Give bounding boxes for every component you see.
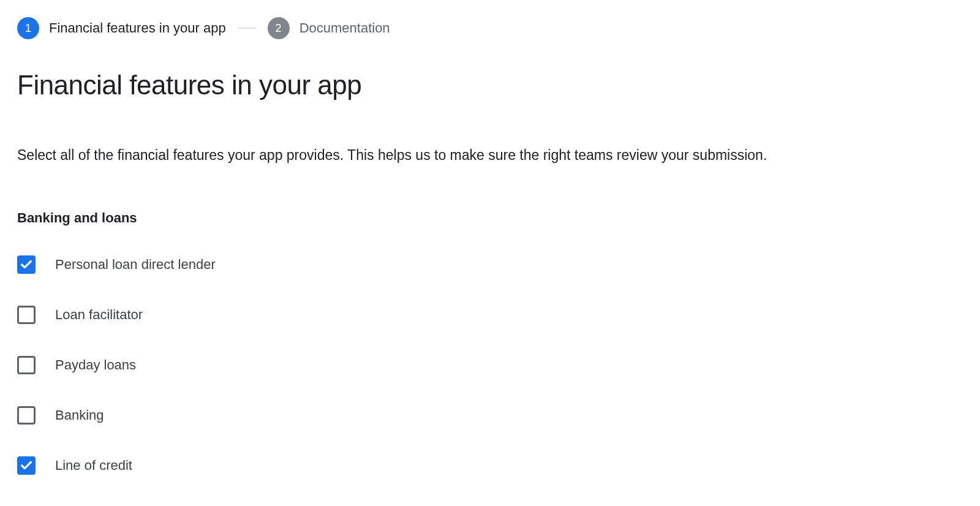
checkbox-label-loan-facilitator: Loan facilitator bbox=[55, 307, 143, 323]
step-1-circle: 1 bbox=[17, 17, 39, 39]
checkbox-label-line-of-credit: Line of credit bbox=[55, 458, 132, 474]
section-header: Banking and loans bbox=[17, 210, 963, 226]
checkbox-row-payday-loans[interactable]: Payday loans bbox=[17, 356, 963, 374]
checkbox-row-banking[interactable]: Banking bbox=[17, 406, 963, 425]
step-divider bbox=[238, 28, 255, 29]
checkbox-label-banking: Banking bbox=[55, 407, 104, 423]
page-title: Financial features in your app bbox=[17, 70, 963, 100]
check-icon bbox=[20, 258, 33, 271]
step-2-circle: 2 bbox=[268, 17, 290, 39]
checkbox-label-payday-loans: Payday loans bbox=[55, 357, 136, 373]
check-icon bbox=[20, 459, 33, 472]
checkbox-loan-facilitator[interactable] bbox=[17, 306, 36, 324]
checkbox-row-loan-facilitator[interactable]: Loan facilitator bbox=[17, 306, 963, 324]
step-2-label: Documentation bbox=[300, 20, 390, 36]
checkbox-banking[interactable] bbox=[17, 406, 36, 425]
step-2-number: 2 bbox=[276, 22, 282, 35]
step-1[interactable]: 1 Financial features in your app bbox=[17, 17, 226, 39]
checkbox-personal-loan[interactable] bbox=[17, 255, 36, 274]
step-1-label: Financial features in your app bbox=[49, 20, 226, 36]
step-1-number: 1 bbox=[25, 22, 31, 35]
stepper: 1 Financial features in your app 2 Docum… bbox=[17, 17, 963, 39]
step-2[interactable]: 2 Documentation bbox=[268, 17, 390, 39]
checkbox-payday-loans[interactable] bbox=[17, 356, 36, 374]
checkbox-row-personal-loan[interactable]: Personal loan direct lender bbox=[17, 255, 963, 274]
page-description: Select all of the financial features you… bbox=[17, 145, 963, 166]
checkbox-label-personal-loan: Personal loan direct lender bbox=[55, 257, 216, 273]
checkbox-line-of-credit[interactable] bbox=[17, 456, 36, 475]
checkbox-row-line-of-credit[interactable]: Line of credit bbox=[17, 456, 963, 475]
